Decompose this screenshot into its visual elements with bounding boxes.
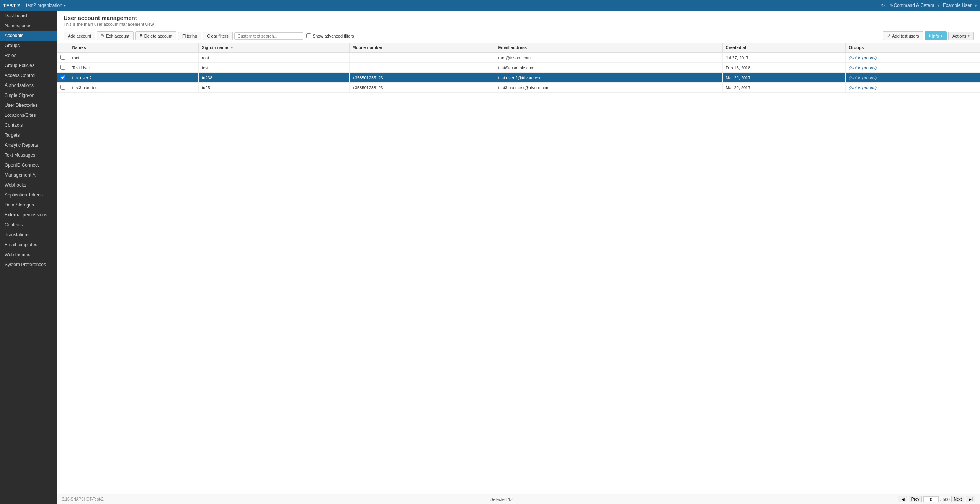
sidebar-item-roles[interactable]: Roles [0, 51, 57, 61]
page-input[interactable] [923, 496, 939, 502]
groups-link[interactable]: (Not in groups) [849, 65, 877, 70]
advanced-filters-checkbox-label[interactable]: Show advanced filters [306, 33, 354, 38]
sidebar-item-system-preferences[interactable]: System Preferences [0, 260, 57, 270]
cell-groups: (Not in groups) [846, 83, 980, 93]
groups-link[interactable]: (Not in groups) [849, 75, 877, 80]
selected-info: Selected 1/4 [490, 497, 514, 502]
sidebar-item-external-permissions[interactable]: External permissions [0, 210, 57, 220]
sidebar-item-web-themes[interactable]: Web themes [0, 250, 57, 260]
sidebar-item-translations[interactable]: Translations [0, 230, 57, 240]
cell-email: test@example.com [495, 63, 722, 73]
table-row[interactable]: test3 user testtu25+358501238123test3.us… [57, 83, 980, 93]
sidebar-item-group-policies[interactable]: Group Policies [0, 61, 57, 70]
sidebar-item-single-sign-on[interactable]: Single Sign-on [0, 90, 57, 100]
org-selector[interactable]: test2 organization [26, 3, 66, 8]
sidebar-item-text-messages[interactable]: Text Messages [0, 150, 57, 160]
sidebar-item-data-storages[interactable]: Data Storages [0, 200, 57, 210]
sidebar-item-openid-connect[interactable]: OpenID Connect [0, 160, 57, 170]
toolbar: Add account ✎ Edit account ⊗ Delete acco… [57, 29, 980, 43]
cell-created-at: Mar 20, 2017 [722, 73, 846, 83]
sidebar-item-dashboard[interactable]: Dashboard [0, 11, 57, 21]
table-header: Names Sign-in name ▼ Mobile number Email… [57, 43, 980, 52]
refresh-icon[interactable]: ↻ [881, 3, 885, 8]
add-test-users-icon: ↗ [887, 33, 890, 38]
sidebar-item-email-templates[interactable]: Email templates [0, 240, 57, 250]
sidebar-item-application-tokens[interactable]: Application Tokens [0, 190, 57, 200]
sidebar-item-webhooks[interactable]: Webhooks [0, 180, 57, 190]
last-page-button[interactable]: ▶| [966, 496, 975, 502]
cell-mobile [349, 63, 495, 73]
info-button[interactable]: ℹ Info ▾ [925, 31, 947, 40]
sidebar-item-authorisations[interactable]: Authorisations [0, 80, 57, 90]
sidebar-item-groups[interactable]: Groups [0, 41, 57, 51]
sidebar-item-management-api[interactable]: Management API [0, 170, 57, 180]
cell-name: root [69, 52, 199, 63]
sidebar-item-access-control[interactable]: Access Control [0, 70, 57, 80]
sidebar-item-locations-sites[interactable]: Locations/Sites [0, 110, 57, 120]
delete-account-button[interactable]: ⊗ Delete account [135, 31, 176, 40]
page-header: User account management This is the main… [57, 11, 980, 29]
row-checkbox[interactable] [60, 75, 65, 80]
row-checkbox[interactable] [60, 85, 65, 90]
cell-name: test3 user test [69, 83, 199, 93]
search-input[interactable] [234, 32, 303, 40]
col-mobile-number: Mobile number [349, 43, 495, 52]
add-test-users-button[interactable]: ↗ Add test users [883, 31, 923, 40]
info-icon: ℹ [929, 33, 931, 38]
advanced-filters-checkbox[interactable] [306, 33, 311, 38]
sidebar-item-targets[interactable]: Targets [0, 130, 57, 140]
groups-link[interactable]: (Not in groups) [849, 85, 877, 90]
clear-filters-button[interactable]: Clear filters [203, 32, 233, 40]
col-email-address: Email address [495, 43, 722, 52]
topbar-right: Command & Cetera ▾ Example User ▾ [894, 3, 977, 8]
cell-sign-in-name: tu25 [199, 83, 349, 93]
col-sign-in-name[interactable]: Sign-in name ▼ [199, 43, 349, 52]
edit-icon[interactable]: ✎ [890, 3, 894, 8]
cell-name: Test User [69, 63, 199, 73]
cell-groups: (Not in groups) [846, 63, 980, 73]
cell-created-at: Mar 20, 2017 [722, 83, 846, 93]
table-row[interactable]: Test Usertesttest@example.comFeb 15, 201… [57, 63, 980, 73]
cell-mobile: +358501235123 [349, 73, 495, 83]
row-checkbox[interactable] [60, 55, 65, 60]
sidebar-item-namespaces[interactable]: Namespaces [0, 21, 57, 31]
accounts-table: Names Sign-in name ▼ Mobile number Email… [57, 43, 980, 93]
pagination: |◀ Prev / 500 Next ▶| [898, 496, 975, 502]
sidebar-item-analytic-reports[interactable]: Analytic Reports [0, 140, 57, 150]
table-row[interactable]: test user 2tu238+358501235123test.user.2… [57, 73, 980, 83]
sidebar-item-contexts[interactable]: Contexts [0, 220, 57, 230]
sidebar: DashboardNamespacesAccountsGroupsRolesGr… [0, 11, 57, 504]
groups-link[interactable]: (Not in groups) [849, 56, 877, 60]
first-page-button[interactable]: |◀ [898, 496, 907, 502]
cell-mobile [349, 52, 495, 63]
page-title: User account management [64, 15, 974, 21]
topbar-icons: ↻ ✎ [881, 3, 894, 8]
sidebar-item-user-directories[interactable]: User Directories [0, 100, 57, 110]
cell-created-at: Feb 15, 2018 [722, 63, 846, 73]
topbar: TEST 2 test2 organization ↻ ✎ Command & … [0, 0, 980, 11]
actions-button[interactable]: Actions ▾ [948, 32, 974, 40]
cell-groups: (Not in groups) [846, 52, 980, 63]
command-cetera-link[interactable]: Command & Cetera [894, 3, 934, 8]
cell-groups: (Not in groups) [846, 73, 980, 83]
prev-page-button[interactable]: Prev [909, 496, 922, 502]
brand-label: TEST 2 [3, 3, 20, 8]
page-subtitle: This is the main user account management… [64, 22, 974, 26]
select-all-header [57, 43, 69, 52]
sort-icon: ▼ [230, 46, 234, 50]
statusbar: 3.16-SNAPSHOT-Test-2... Selected 1/4 |◀ … [57, 494, 980, 504]
delete-icon: ⊗ [139, 33, 143, 38]
filtering-button[interactable]: Filtering [178, 32, 201, 40]
next-page-button[interactable]: Next [951, 496, 965, 502]
cell-created-at: Jul 27, 2017 [722, 52, 846, 63]
col-created-at: Created at [722, 43, 846, 52]
edit-account-button[interactable]: ✎ Edit account [97, 31, 134, 40]
table-row[interactable]: rootrootroot@trivore.comJul 27, 2017(Not… [57, 52, 980, 63]
add-account-button[interactable]: Add account [64, 32, 95, 40]
sidebar-item-accounts[interactable]: Accounts [0, 31, 57, 41]
row-checkbox[interactable] [60, 65, 65, 70]
cell-sign-in-name: test [199, 63, 349, 73]
cell-email: root@trivore.com [495, 52, 722, 63]
user-menu-link[interactable]: Example User [943, 3, 972, 8]
sidebar-item-contacts[interactable]: Contacts [0, 120, 57, 130]
